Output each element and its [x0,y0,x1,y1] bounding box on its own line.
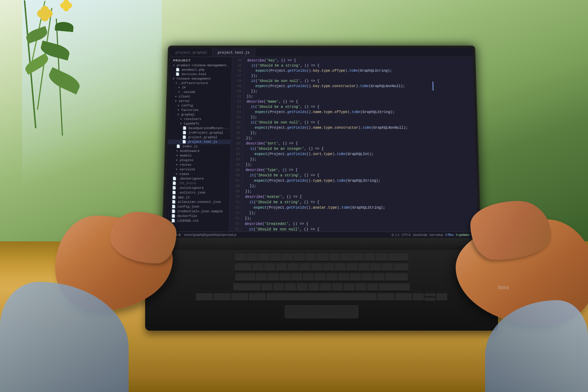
key[interactable] [279,273,290,281]
tree-item[interactable]: 📄 .dockerignore [166,176,230,181]
key-caps[interactable] [235,273,255,281]
key[interactable] [247,253,258,262]
key[interactable] [303,273,314,281]
key[interactable] [291,273,302,281]
tree-item[interactable]: ▾ IP [169,85,232,90]
key[interactable] [320,283,331,291]
tree-item[interactable]: ▾ routes [167,162,230,167]
key[interactable] [347,263,358,271]
key-arrow-right[interactable] [436,293,447,301]
tree-item[interactable]: 📄 .DS_Store [166,181,230,186]
key-shift-left[interactable] [233,283,261,291]
key[interactable] [329,253,340,262]
tree-item[interactable]: 📄 aendmail.php [170,68,232,72]
key[interactable] [352,253,363,262]
key[interactable] [256,273,267,281]
key[interactable] [332,283,343,291]
tree-item[interactable]: 📄 config.json [166,204,229,209]
key[interactable] [355,283,366,291]
trackpad[interactable] [285,305,358,318]
tree-item[interactable]: ▾ product-release-management-... [170,63,232,68]
tree-item[interactable]: ▾ _infrastructure [169,81,232,85]
key[interactable] [311,263,322,271]
key[interactable] [258,253,269,262]
key[interactable] [315,273,326,281]
key[interactable] [308,283,319,291]
key[interactable] [305,253,316,262]
key[interactable] [341,253,352,262]
tree-item[interactable]: ▾ resolvers [168,117,231,121]
key[interactable] [358,263,369,271]
key[interactable] [370,263,381,271]
key[interactable] [235,253,246,262]
key[interactable] [270,253,281,262]
key-delete[interactable] [388,253,408,262]
key[interactable] [323,263,334,271]
key[interactable] [268,273,279,281]
tree-item[interactable]: ▾ config [169,103,231,108]
tree-item[interactable]: 📄 project.graphql [168,135,231,140]
tree-item[interactable]: 📄 LICENSE.txt [165,219,229,223]
key[interactable] [373,273,384,281]
key[interactable] [288,263,299,271]
key[interactable] [276,263,287,271]
tree-item[interactable]: 📄 .eslintignore [166,186,229,190]
key-alt[interactable] [231,293,248,301]
tree-item[interactable]: ▾ server [169,99,231,103]
key-shift-right[interactable] [379,283,410,291]
tree-item[interactable]: ▾ client [169,94,231,99]
tree-item[interactable]: ▾ typeDefs [168,121,231,126]
code-content[interactable]: describe('Key', () => { it('Should be a … [241,57,478,231]
key-arrow-down[interactable] [424,298,435,301]
key[interactable] [317,253,328,262]
key[interactable] [367,283,378,291]
key[interactable] [364,253,375,262]
key-cmd-right[interactable] [377,293,394,301]
key[interactable] [282,253,293,262]
key-alt-right[interactable] [395,293,412,301]
key[interactable] [297,283,308,291]
key-tab[interactable] [235,263,252,271]
tree-item[interactable]: 📄 baseQueryAndMutatc... [168,126,230,130]
tree-item[interactable]: 📄 index.js [168,144,230,148]
key[interactable] [335,263,346,271]
tree-item[interactable]: ▾ services [167,167,230,172]
tree-item[interactable]: 📄 .eslintrc.json [166,190,230,195]
key[interactable] [362,273,373,281]
key[interactable] [350,273,361,281]
tree-item[interactable]: ▾ plugins [167,158,230,163]
key-arrow-up[interactable] [424,293,435,297]
key[interactable] [300,263,311,271]
tree-item[interactable]: ▾ release-management [170,76,232,81]
key[interactable] [273,283,284,291]
tree-item[interactable]: ▾ views [167,172,230,176]
key[interactable] [338,273,349,281]
key[interactable] [285,283,296,291]
tree-item-active[interactable]: 📄 project.test.js [168,140,230,144]
tab-test-js[interactable]: project.test.js [213,48,255,57]
key[interactable] [252,263,263,271]
tree-item[interactable]: 📄 Dockerfile [165,214,229,219]
tree-item[interactable]: ▾ .vscode [169,90,232,94]
key-ctrl[interactable] [214,293,230,301]
keyboard[interactable] [145,250,498,331]
key[interactable] [376,253,387,262]
tree-item[interactable]: ▾ middleware [168,149,230,153]
key[interactable] [394,263,408,271]
tree-item[interactable]: 📄 credentials.json.sample [165,209,229,214]
key-return[interactable] [385,273,408,281]
key-arrow-left[interactable] [413,293,424,301]
code-editor[interactable]: 44 45 46 47 48 49 50 51 52 53 54 55 [229,57,478,231]
key-space[interactable] [266,293,377,301]
tab-graphql[interactable]: project.graphql [171,48,213,57]
tree-item[interactable]: ▾ factories [169,108,231,112]
tree-item[interactable]: 📄 jreProject.graphql [168,130,231,135]
key[interactable] [294,253,305,262]
tree-item[interactable]: ▾ models [167,153,230,158]
key[interactable] [326,273,337,281]
key[interactable] [261,283,272,291]
tree-item[interactable]: 📄 Services.html [170,72,232,76]
key[interactable] [264,263,275,271]
key-cmd-left[interactable] [249,293,266,301]
key[interactable] [344,283,355,291]
